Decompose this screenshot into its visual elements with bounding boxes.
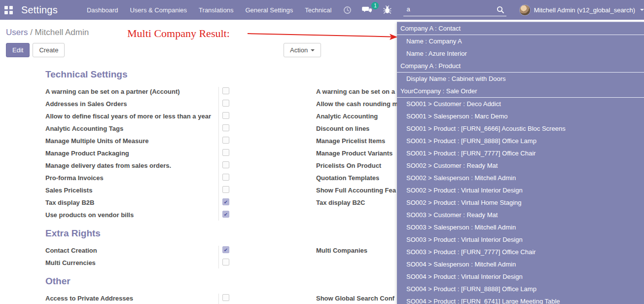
setting-label-show-full-accounting-fea: Show Full Accounting Fea [316, 187, 396, 194]
breadcrumb: Users / Mitchell Admin [6, 28, 89, 38]
setting-row: Sales PricelistsShow Full Accounting Fea [45, 185, 410, 197]
nav-item-general-settings[interactable]: General Settings [244, 4, 294, 16]
setting-label-manage-multiple-units-of-measure: Manage Multiple Units of Measure [45, 137, 148, 145]
dropdown-result-item[interactable]: Display Name : Cabinet with Doors [397, 73, 644, 85]
checkbox-manage-delivery-dates-from-sales-orders[interactable] [222, 161, 229, 168]
dropdown-result-item[interactable]: SO001 > Salesperson : Marc Demo [397, 110, 644, 122]
dropdown-result-item[interactable]: SO002 > Product : Virtual Interior Desig… [397, 184, 644, 196]
setting-row: Analytic Accounting TagsDiscount on line… [45, 123, 410, 135]
action-button[interactable]: Action [284, 43, 321, 57]
section-extra-rights: Extra RightsContact Creation✔Multi Compa… [45, 228, 410, 269]
dropdown-result-item[interactable]: SO002 > Salesperson : Mitchell Admin [397, 172, 644, 184]
search-icon[interactable] [497, 6, 504, 14]
dropdown-result-item[interactable]: SO004 > Product : Virtual Interior Desig… [397, 270, 644, 283]
nav-item-dashboard[interactable]: Dashboard [86, 4, 119, 16]
chevron-down-icon [311, 49, 315, 51]
dropdown-result-item[interactable]: Name : Company A [397, 35, 644, 47]
setting-label-manage-delivery-dates-from-sales-orders: Manage delivery dates from sales orders. [45, 162, 171, 169]
systray: 1 [343, 5, 392, 14]
checkbox-a-warning-can-be-set-on-a-partner-accoun[interactable] [222, 87, 229, 94]
setting-label-tax-display-b2c: Tax display B2C [316, 199, 365, 206]
setting-label-quotation-templates: Quotation Templates [316, 174, 379, 182]
dropdown-result-item[interactable]: SO002 > Customer : Ready Mat [397, 159, 644, 172]
setting-row: Tax display B2B✔Tax display B2C [45, 197, 410, 209]
checkbox-pro-forma-invoices[interactable] [222, 174, 229, 181]
checkbox-analytic-accounting-tags[interactable] [222, 124, 229, 131]
dropdown-group-header: YourCompany : Sale Order [397, 85, 644, 98]
dropdown-result-item[interactable]: SO002 > Product : Virtual Home Staging [397, 196, 644, 209]
setting-row: Pro-forma InvoicesQuotation Templates [45, 172, 410, 185]
setting-row: Contact Creation✔Multi Companies [45, 245, 410, 257]
dropdown-result-item[interactable]: SO004 > Product : [FURN_6741] Large Meet… [397, 295, 644, 304]
breadcrumb-users-link[interactable]: Users [6, 28, 28, 37]
messages-badge: 1 [371, 2, 379, 9]
checkbox-multi-currencies[interactable] [222, 259, 229, 266]
dropdown-result-item[interactable]: SO003 > Product : [FURN_7777] Office Cha… [397, 246, 644, 258]
section-other: OtherAccess to Private AddressesShow Glo… [45, 276, 410, 304]
dropdown-result-item[interactable]: SO003 > Product : Virtual Interior Desig… [397, 233, 644, 246]
setting-row: Manage delivery dates from sales orders.… [45, 160, 410, 172]
checkbox-sales-pricelists[interactable] [222, 186, 229, 193]
setting-label-a-warning-can-be-set-on-a-partner-accoun: A warning can be set on a partner (Accou… [45, 88, 180, 95]
dropdown-result-item[interactable]: SO001 > Product : [FURN_6666] Acoustic B… [397, 122, 644, 135]
setting-row: A warning can be set on a partner (Accou… [45, 86, 410, 98]
debug-bug-icon[interactable] [383, 5, 392, 14]
setting-label-discount-on-lines: Discount on lines [316, 125, 369, 132]
dropdown-result-item[interactable]: SO004 > Product : [FURN_8888] Office Lam… [397, 283, 644, 295]
checkbox-manage-multiple-units-of-measure[interactable] [222, 137, 229, 144]
dropdown-result-item[interactable]: SO004 > Salesperson : Mitchell Admin [397, 258, 644, 270]
setting-label-manage-product-packaging: Manage Product Packaging [45, 150, 129, 157]
setting-label-tax-display-b2b: Tax display B2B [45, 199, 94, 206]
checkbox-addresses-in-sales-orders[interactable] [222, 100, 229, 107]
setting-label-analytic-accounting: Analytic Accounting [316, 113, 378, 120]
user-avatar [520, 5, 530, 15]
section-title: Other [45, 276, 410, 287]
messages-icon[interactable]: 1 [362, 5, 373, 14]
global-search-box [403, 3, 506, 16]
dropdown-result-item[interactable]: SO003 > Salesperson : Mitchell Admin [397, 221, 644, 233]
dropdown-group-header: Company A : Contact [397, 22, 644, 35]
dropdown-result-item[interactable]: Name : Azure Interior [397, 47, 644, 60]
breadcrumb-separator: / [28, 28, 35, 37]
setting-row: Addresses in Sales OrdersAllow the cash … [45, 98, 410, 111]
checkbox-use-products-on-vendor-bills[interactable]: ✔ [222, 211, 229, 218]
activities-clock-icon[interactable] [343, 6, 352, 14]
action-button-label: Action [290, 46, 308, 54]
user-name: Mitchell Admin (v12_global_search) [534, 6, 635, 14]
setting-label-manage-pricelist-items: Manage Pricelist Items [316, 137, 385, 145]
checkbox-tax-display-b2b[interactable]: ✔ [222, 198, 229, 205]
checkbox-allow-to-define-fiscal-years-of-more-or-[interactable] [222, 112, 229, 119]
user-menu[interactable]: Mitchell Admin (v12_global_search) [520, 5, 644, 15]
nav-item-translations[interactable]: Translations [198, 4, 234, 16]
dropdown-result-item[interactable]: SO001 > Product : [FURN_8888] Office Lam… [397, 135, 644, 147]
dropdown-result-item[interactable]: SO001 > Customer : Deco Addict [397, 98, 644, 110]
setting-label-pro-forma-invoices: Pro-forma Invoices [45, 174, 104, 182]
dropdown-group-header: Company A : Product [397, 60, 644, 73]
setting-row: Use products on vendor bills✔ [45, 209, 410, 222]
setting-label-multi-companies: Multi Companies [316, 247, 367, 254]
app-title[interactable]: Settings [21, 4, 58, 16]
checkbox-contact-creation[interactable]: ✔ [222, 246, 229, 253]
setting-label-sales-pricelists: Sales Pricelists [45, 187, 92, 194]
nav-item-users-companies[interactable]: Users & Companies [129, 4, 188, 16]
annotation-arrow [241, 28, 401, 43]
setting-row: Manage Multiple Units of MeasureManage P… [45, 135, 410, 148]
dropdown-result-item[interactable]: SO003 > Customer : Ready Mat [397, 209, 644, 221]
checkbox-manage-product-packaging[interactable] [222, 149, 229, 156]
apps-menu-icon[interactable] [4, 6, 13, 14]
setting-label-show-global-search-conf: Show Global Search Conf [316, 295, 394, 302]
chevron-down-icon [640, 9, 644, 11]
setting-row: Multi Currencies [45, 257, 410, 269]
setting-label-allow-to-define-fiscal-years-of-more-or-: Allow to define fiscal years of more or … [45, 113, 211, 120]
create-button[interactable]: Create [33, 43, 65, 57]
setting-row: Allow to define fiscal years of more or … [45, 111, 410, 123]
navbar-menu: DashboardUsers & CompaniesTranslationsGe… [86, 4, 333, 16]
dropdown-result-item[interactable]: SO001 > Product : [FURN_7777] Office Cha… [397, 147, 644, 159]
edit-button[interactable]: Edit [6, 43, 30, 57]
checkbox-access-to-private-addresses[interactable] [222, 294, 229, 301]
section-technical-settings: Technical SettingsA warning can be set o… [45, 69, 410, 222]
setting-label-use-products-on-vendor-bills: Use products on vendor bills [45, 211, 134, 219]
global-search-input[interactable] [403, 5, 496, 14]
setting-row: Access to Private AddressesShow Global S… [45, 293, 410, 304]
nav-item-technical[interactable]: Technical [304, 4, 332, 16]
